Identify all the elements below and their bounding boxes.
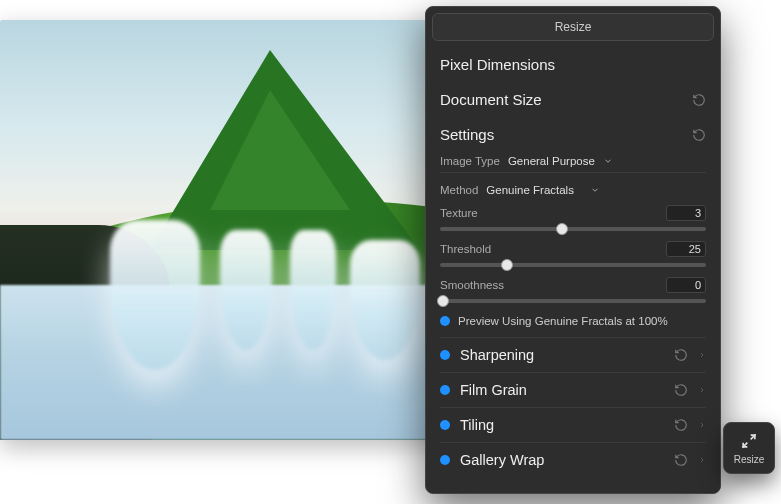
smoothness-slider-row: Smoothness 0 xyxy=(440,271,706,293)
toggle-dot-icon[interactable] xyxy=(440,385,450,395)
chevron-down-icon xyxy=(590,185,600,195)
resize-panel: Resize Pixel Dimensions Document Size Se… xyxy=(425,6,721,494)
divider xyxy=(440,172,706,173)
panel-body: Pixel Dimensions Document Size Settings … xyxy=(426,43,720,493)
method-row[interactable]: Method Genuine Fractals xyxy=(440,181,706,199)
panel-title: Resize xyxy=(432,13,714,41)
section-settings[interactable]: Settings xyxy=(440,117,706,152)
image-type-label: Image Type xyxy=(440,155,500,167)
effect-label: Sharpening xyxy=(460,347,534,363)
toggle-dot-icon[interactable] xyxy=(440,455,450,465)
threshold-value[interactable]: 25 xyxy=(666,241,706,257)
preview-checkbox-label: Preview Using Genuine Fractals at 100% xyxy=(458,315,668,327)
section-label: Document Size xyxy=(440,91,542,108)
effect-label: Tiling xyxy=(460,417,494,433)
reset-icon[interactable] xyxy=(674,418,688,432)
texture-label: Texture xyxy=(440,207,478,219)
resize-tool-button[interactable]: Resize xyxy=(723,422,775,474)
chevron-down-icon xyxy=(603,156,613,166)
smoothness-label: Smoothness xyxy=(440,279,504,291)
reset-icon[interactable] xyxy=(692,93,706,107)
toggle-dot-icon[interactable] xyxy=(440,420,450,430)
smoothness-slider[interactable] xyxy=(440,299,706,303)
smoothness-value[interactable]: 0 xyxy=(666,277,706,293)
method-value: Genuine Fractals xyxy=(486,184,574,196)
smoothness-slider-thumb[interactable] xyxy=(437,295,449,307)
checkbox-dot-icon xyxy=(440,316,450,326)
toggle-dot-icon[interactable] xyxy=(440,350,450,360)
chevron-right-icon xyxy=(698,386,706,394)
chevron-right-icon xyxy=(698,456,706,464)
expand-icon xyxy=(739,431,759,451)
section-document-size[interactable]: Document Size xyxy=(440,82,706,117)
section-pixel-dimensions[interactable]: Pixel Dimensions xyxy=(440,47,706,82)
threshold-slider-thumb[interactable] xyxy=(501,259,513,271)
chevron-right-icon xyxy=(698,351,706,359)
effect-film-grain[interactable]: Film Grain xyxy=(440,372,706,407)
image-type-row[interactable]: Image Type General Purpose xyxy=(440,152,706,170)
threshold-slider[interactable] xyxy=(440,263,706,267)
resize-tool-label: Resize xyxy=(734,454,765,465)
effect-label: Gallery Wrap xyxy=(460,452,544,468)
effect-gallery-wrap[interactable]: Gallery Wrap xyxy=(440,442,706,477)
threshold-slider-row: Threshold 25 xyxy=(440,235,706,257)
threshold-label: Threshold xyxy=(440,243,491,255)
section-label: Settings xyxy=(440,126,494,143)
method-label: Method xyxy=(440,184,478,196)
image-type-value: General Purpose xyxy=(508,155,595,167)
effect-label: Film Grain xyxy=(460,382,527,398)
reset-icon[interactable] xyxy=(674,453,688,467)
reset-icon[interactable] xyxy=(674,383,688,397)
reset-icon[interactable] xyxy=(692,128,706,142)
chevron-right-icon xyxy=(698,421,706,429)
texture-slider-thumb[interactable] xyxy=(556,223,568,235)
effect-sharpening[interactable]: Sharpening xyxy=(440,337,706,372)
mountain-peak xyxy=(150,50,420,250)
effect-tiling[interactable]: Tiling xyxy=(440,407,706,442)
texture-slider-row: Texture 3 xyxy=(440,199,706,221)
section-label: Pixel Dimensions xyxy=(440,56,555,73)
preview-checkbox-row[interactable]: Preview Using Genuine Fractals at 100% xyxy=(440,307,706,337)
reset-icon[interactable] xyxy=(674,348,688,362)
texture-slider[interactable] xyxy=(440,227,706,231)
texture-value[interactable]: 3 xyxy=(666,205,706,221)
